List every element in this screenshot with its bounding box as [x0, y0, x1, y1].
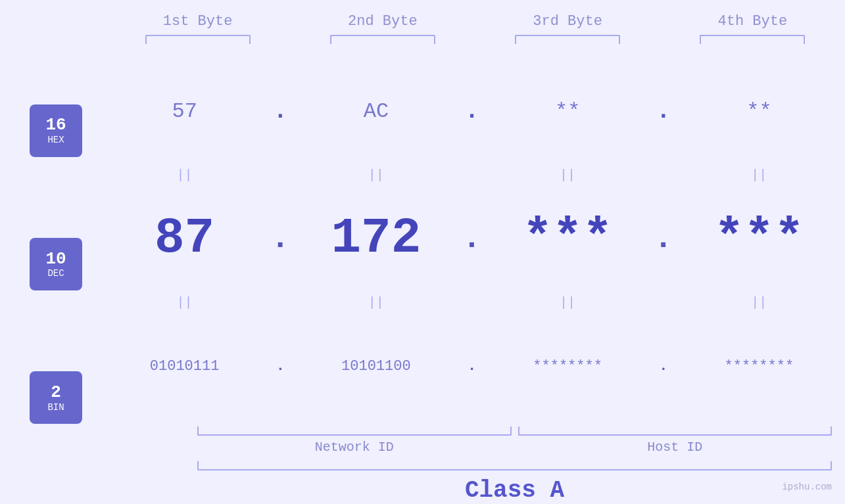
bin-row: 01010111 . 10101100 . ******** . *******… — [99, 312, 845, 420]
watermark: ipshu.com — [782, 482, 832, 492]
hex-dot1: . — [270, 98, 290, 125]
eq1-b1: || — [99, 168, 270, 183]
eq1-b3: || — [482, 168, 654, 183]
eq1-b2: || — [290, 168, 462, 183]
dec-dot3: . — [654, 221, 673, 256]
dec-badge-num: 10 — [45, 250, 66, 269]
bin-byte1: 01010111 — [99, 358, 270, 375]
top-brackets — [0, 35, 845, 44]
hex-badge-label: HEX — [47, 135, 64, 145]
eq2-b4: || — [673, 295, 845, 310]
hex-byte2: AC — [290, 99, 462, 124]
eq2-b2: || — [290, 295, 462, 310]
hex-row: 57 . AC . ** . ** — [99, 57, 845, 165]
bottom-labels: Network ID Host ID — [197, 440, 832, 455]
dec-badge: 10 DEC — [30, 238, 82, 290]
dec-row: 87 . 172 . *** . *** — [99, 185, 845, 292]
byte-headers: 1st Byte 2nd Byte 3rd Byte 4th Byte — [0, 13, 845, 30]
rows-wrapper: 57 . AC . ** . ** || || || || — [99, 57, 845, 426]
bottom-brackets — [197, 426, 832, 436]
class-label: Class A — [197, 477, 832, 504]
hex-byte3: ** — [482, 99, 654, 124]
bin-badge-num: 2 — [51, 383, 61, 402]
bin-dot3: . — [654, 358, 673, 375]
dec-byte4: *** — [673, 210, 845, 267]
eq-row-1: || || || || — [99, 165, 845, 185]
host-bracket-wrap — [518, 426, 833, 436]
bin-badge: 2 BIN — [30, 371, 82, 424]
dec-dot2: . — [462, 221, 482, 256]
network-id-bracket — [197, 426, 512, 436]
bracket-byte4 — [700, 35, 805, 44]
network-bracket-wrap — [197, 426, 512, 436]
dec-byte2: 172 — [290, 210, 462, 267]
eq2-b3: || — [482, 295, 654, 310]
data-area: 57 . AC . ** . ** || || || || — [99, 57, 845, 504]
network-id-label: Network ID — [197, 440, 512, 455]
eq2-b1: || — [99, 295, 270, 310]
eq-row-2: || || || || — [99, 292, 845, 312]
dec-dot1: . — [270, 221, 290, 256]
hex-byte1: 57 — [99, 99, 270, 124]
eq1-b4: || — [673, 168, 845, 183]
bracket-byte3 — [515, 35, 620, 44]
bracket-byte1 — [145, 35, 251, 44]
main-container: 1st Byte 2nd Byte 3rd Byte 4th Byte 16 H… — [0, 0, 845, 504]
bracket-byte2 — [330, 35, 435, 44]
full-bottom-bracket — [197, 461, 832, 470]
hex-badge: 16 HEX — [30, 104, 82, 157]
bin-badge-label: BIN — [47, 402, 64, 413]
dec-badge-label: DEC — [47, 268, 64, 279]
host-id-bracket — [518, 426, 833, 436]
bin-dot2: . — [462, 358, 482, 375]
host-id-label: Host ID — [518, 440, 833, 455]
byte4-header: 4th Byte — [660, 13, 845, 30]
bin-byte2: 10101100 — [290, 358, 462, 375]
byte3-header: 3rd Byte — [475, 13, 660, 30]
bin-byte4: ******** — [673, 358, 845, 375]
hex-dot2: . — [462, 98, 482, 125]
byte1-header: 1st Byte — [105, 13, 290, 30]
hex-dot3: . — [654, 98, 673, 125]
dec-byte3: *** — [482, 210, 654, 267]
bottom-section: Network ID Host ID Class A — [99, 426, 845, 504]
byte2-header: 2nd Byte — [290, 13, 475, 30]
bin-byte3: ******** — [482, 358, 654, 375]
badges-column: 16 HEX 10 DEC 2 BIN — [13, 57, 99, 504]
bin-dot1: . — [270, 358, 290, 375]
hex-byte4: ** — [673, 99, 845, 124]
main-content-area: 16 HEX 10 DEC 2 BIN 57 . AC . ** — [0, 57, 845, 504]
hex-badge-num: 16 — [45, 116, 66, 135]
dec-byte1: 87 — [99, 210, 270, 267]
